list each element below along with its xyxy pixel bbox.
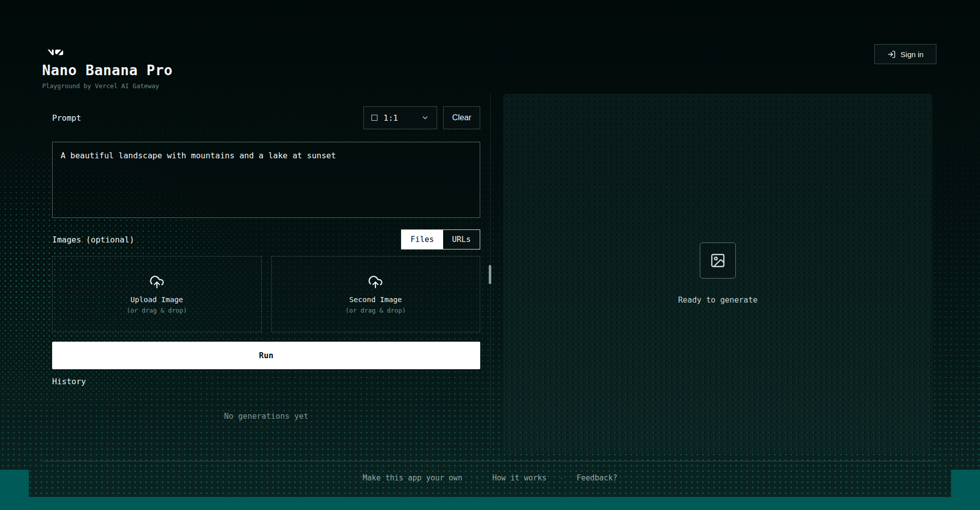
- preview-icon-box: [700, 242, 736, 279]
- v0-logo-icon: [47, 47, 67, 58]
- clear-button[interactable]: Clear: [443, 106, 480, 129]
- footer-link-how-it-works[interactable]: How it works: [492, 473, 546, 482]
- sign-in-label: Sign in: [901, 50, 924, 59]
- upload-hint: (or drag & drop): [127, 307, 187, 314]
- images-row: Images (optional) Files URLs: [52, 229, 480, 249]
- upload-title: Upload Image: [130, 296, 183, 304]
- history-label: History: [52, 377, 86, 386]
- upload-hint: (or drag & drop): [345, 307, 406, 314]
- footer: Make this app your own · How it works · …: [0, 473, 980, 482]
- page-title: Nano Banana Pro: [42, 62, 172, 79]
- images-label: Images (optional): [52, 235, 134, 244]
- footer-separator: ·: [559, 474, 563, 482]
- footer-separator: ·: [475, 474, 479, 482]
- prompt-row: Prompt 1:1 Clear: [52, 106, 480, 129]
- footer-link-make-your-own[interactable]: Make this app your own: [363, 473, 463, 482]
- prompt-input[interactable]: [52, 142, 480, 218]
- square-aspect-icon: [371, 115, 377, 121]
- uploads-row: Upload Image (or drag & drop) Second Ima…: [52, 256, 480, 332]
- log-in-icon: [887, 50, 896, 59]
- preview-status-text: Ready to generate: [678, 296, 758, 305]
- image-placeholder-icon: [710, 252, 726, 269]
- chevron-down-icon: [421, 114, 429, 122]
- upload-image-dropzone[interactable]: Upload Image (or drag & drop): [52, 256, 262, 332]
- history-empty-text: No generations yet: [52, 412, 480, 421]
- aspect-ratio-select[interactable]: 1:1: [363, 106, 437, 129]
- footer-divider: [42, 461, 938, 461]
- upload-title: Second Image: [349, 296, 402, 304]
- prompt-label: Prompt: [52, 113, 81, 123]
- prompt-controls: 1:1 Clear: [363, 106, 480, 129]
- panel-resize-handle[interactable]: [489, 265, 491, 284]
- clear-label: Clear: [452, 113, 471, 122]
- footer-link-feedback[interactable]: Feedback?: [576, 473, 617, 482]
- run-button[interactable]: Run: [52, 342, 480, 369]
- sign-in-button[interactable]: Sign in: [874, 44, 936, 64]
- cloud-upload-icon: [368, 275, 383, 290]
- cloud-upload-icon: [149, 275, 164, 290]
- header: Nano Banana Pro Playground by Vercel AI …: [42, 47, 172, 90]
- aspect-ratio-value: 1:1: [383, 113, 398, 123]
- second-image-dropzone[interactable]: Second Image (or drag & drop): [271, 256, 481, 332]
- page-subtitle: Playground by Vercel AI Gateway: [42, 82, 172, 90]
- images-source-toggle: Files URLs: [401, 229, 480, 249]
- preview-panel: Ready to generate: [503, 94, 932, 453]
- tab-files[interactable]: Files: [402, 230, 443, 249]
- tab-urls[interactable]: URLs: [443, 230, 480, 249]
